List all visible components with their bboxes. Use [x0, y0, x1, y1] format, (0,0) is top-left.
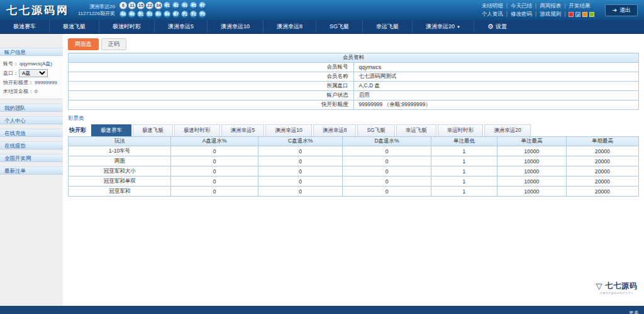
member-field-value: 启用	[353, 91, 639, 100]
quick-tab-9[interactable]: 澳洲幸运20	[484, 124, 530, 136]
sidebar-item-0[interactable]: 我的团队	[0, 104, 63, 112]
header-link-两周报表[interactable]: 两周报表	[540, 2, 561, 10]
nav-item-9[interactable]: ⚙设置	[474, 20, 520, 33]
quick-tab-6[interactable]: SG飞艇	[357, 124, 394, 136]
current-draw-info: 澳洲幸运20 11271226期开奖	[78, 3, 115, 17]
nav-item-6[interactable]: SG飞艇	[316, 20, 362, 33]
lottery-balls: 611152234414243454748495153606667717275	[119, 1, 212, 19]
gear-icon: ⚙	[487, 23, 494, 31]
lottery-ball: 22	[146, 2, 153, 9]
lottery-ball: 67	[172, 11, 180, 18]
brand-name: 七七源码	[605, 281, 638, 290]
member-row: 会员名称七七源码网测试	[69, 72, 639, 82]
lottery-ball: 72	[190, 11, 197, 18]
view-tab-0[interactable]: 两面盘	[68, 38, 99, 50]
username-value: qqymwcs(A盘)	[19, 60, 52, 67]
top-header: 七七源码网 澳洲幸运20 11271226期开奖 611152234414243…	[0, 0, 644, 20]
link-separator: |	[564, 10, 565, 18]
bet-cell: 0	[171, 146, 258, 156]
theme-swatch-1[interactable]: ✔	[575, 12, 580, 17]
quick-tab-5[interactable]: 澳洲幸运8	[313, 124, 357, 136]
header-links-top: 未结明细|今天已结|两周报表|开奖结果	[482, 2, 597, 10]
quick-tab-1[interactable]: 极速飞艇	[133, 124, 173, 136]
header-link-修改密码[interactable]: 修改密码	[511, 10, 532, 18]
bet-cell: 20000	[566, 187, 638, 197]
link-separator: |	[506, 2, 508, 10]
quick-tab-4[interactable]: 澳洲幸运10	[265, 124, 311, 136]
account-info-box: 账号： qqymwcs(A盘) 盘口： A盘 快开彩额度： 99999999 未…	[0, 56, 63, 99]
sidebar-item-4[interactable]: 全国开奖网	[0, 154, 63, 162]
bet-column-header: 玩法	[69, 137, 171, 146]
nav-item-7[interactable]: 幸运飞艇	[362, 20, 412, 33]
header-link-未结明细[interactable]: 未结明细	[482, 2, 503, 10]
quick-tab-3[interactable]: 澳洲幸运5	[221, 124, 265, 136]
nav-item-4[interactable]: 澳洲幸运10	[207, 20, 263, 33]
bet-cell: 1	[431, 176, 497, 187]
nav-item-3[interactable]: 澳洲幸运5	[154, 20, 207, 33]
bet-cell: 10000	[497, 187, 567, 197]
nav-item-5[interactable]: 澳洲幸运8	[263, 20, 316, 33]
theme-swatch-2[interactable]	[582, 12, 587, 17]
pan-select-row: 盘口： A盘	[3, 69, 60, 77]
bet-table-body: 1-10车号00011000020000两面00011000020000冠亚军和…	[69, 146, 639, 197]
nav-item-8[interactable]: 澳洲幸运20▼	[412, 20, 474, 33]
member-field-value: 99999999 （余额:99999999）	[353, 100, 639, 110]
sidebar-menu: 我的团队个人中心在线充值在线提款全国开奖网最新注单	[0, 104, 63, 175]
bet-cell: 0	[171, 156, 258, 166]
nav-item-label: 澳洲幸运8	[277, 23, 303, 31]
quick-tabs: 极速赛车极速飞艇极速时时彩澳洲幸运5澳洲幸运10澳洲幸运8SG飞艇幸运飞艇幸运时…	[91, 124, 532, 136]
lottery-ball: 53	[146, 11, 153, 18]
bet-cell: 1	[431, 187, 497, 197]
more-link[interactable]: 更多	[629, 310, 639, 314]
link-separator: |	[535, 2, 536, 10]
header-link-游戏规则[interactable]: 游戏规则	[540, 10, 561, 18]
quick-tab-7[interactable]: 幸运飞艇	[396, 124, 436, 136]
lottery-ball: 6	[119, 2, 127, 9]
bet-cell: 0	[258, 187, 343, 197]
sidebar-item-2[interactable]: 在线充值	[0, 129, 63, 137]
bet-cell: 0	[258, 156, 343, 166]
member-field-label: 所属盘口	[69, 82, 354, 91]
footer-brand: ▽ 七七源码 全网专业源码定制开发平台	[596, 279, 638, 295]
nav-item-2[interactable]: 极速时时彩	[99, 20, 154, 33]
bet-cell: 两面	[69, 156, 171, 166]
nav-item-0[interactable]: 极速赛车	[0, 20, 49, 33]
nav-item-label: SG飞艇	[330, 23, 349, 31]
sidebar-item-3[interactable]: 在线提款	[0, 141, 63, 149]
nav-item-1[interactable]: 极速飞艇	[49, 20, 99, 33]
header-link-今天已结[interactable]: 今天已结	[511, 2, 532, 10]
pan-select[interactable]: A盘	[19, 69, 48, 77]
member-field-label: 快开彩额度	[69, 100, 354, 110]
header-link-个人资讯[interactable]: 个人资讯	[482, 10, 503, 18]
site-logo: 七七源码网	[0, 3, 78, 18]
member-field-label: 会员账号	[69, 63, 354, 72]
logout-button[interactable]: ➔ 退出	[605, 4, 638, 16]
header-link-开奖结果[interactable]: 开奖结果	[569, 2, 590, 10]
sidebar-item-1[interactable]: 个人中心	[0, 116, 63, 124]
theme-swatch-3[interactable]	[589, 12, 594, 17]
bet-cell: 20000	[566, 166, 638, 176]
lottery-ball: 49	[128, 11, 136, 18]
bet-cell: 0	[343, 146, 431, 156]
quick-tab-8[interactable]: 幸运时时彩	[438, 124, 484, 136]
username-label: 账号：	[3, 60, 18, 67]
lottery-ball: 48	[119, 11, 127, 18]
bet-cell: 10000	[497, 146, 567, 156]
bet-row: 1-10车号00011000020000	[69, 146, 639, 156]
lottery-ball: 42	[172, 2, 180, 9]
sidebar-item-5[interactable]: 最新注单	[0, 166, 63, 175]
view-tab-1[interactable]: 正码	[101, 38, 126, 50]
nav-item-label: 极速赛车	[13, 23, 36, 31]
nav-item-label: 澳洲幸运20	[426, 23, 455, 31]
brand-tagline: 全网专业源码定制开发平台	[596, 291, 638, 295]
nav-item-label: 澳洲幸运10	[221, 23, 250, 31]
bet-row: 两面00011000020000	[69, 156, 639, 166]
bet-column-header: 单注最高	[497, 137, 567, 146]
content: 两面盘正码 会员资料 会员账号qqymwcs会员名称七七源码网测试所属盘口A,C…	[63, 34, 644, 306]
bet-cell: 冠亚军和	[69, 187, 171, 197]
nav-item-label: 幸运飞艇	[376, 23, 399, 31]
quick-tab-2[interactable]: 极速时时彩	[174, 124, 220, 136]
theme-swatch-0[interactable]	[569, 12, 574, 17]
quick-tab-0[interactable]: 极速赛车	[91, 124, 131, 136]
draw-lottery-name: 澳洲幸运20	[78, 3, 115, 10]
